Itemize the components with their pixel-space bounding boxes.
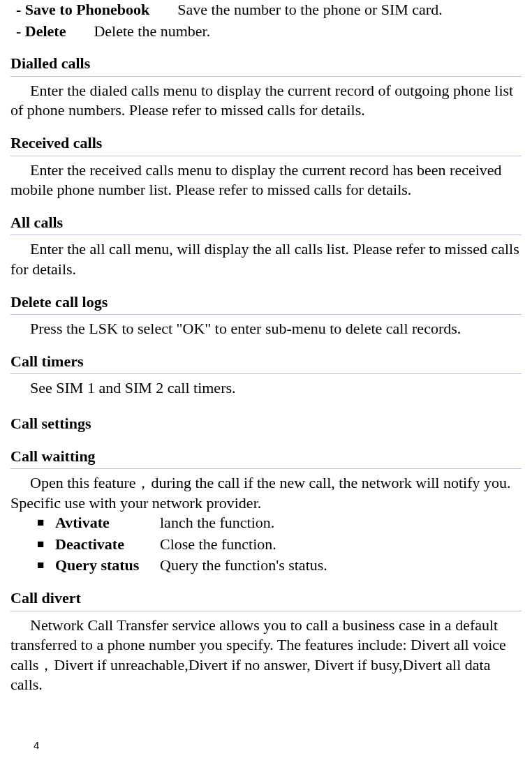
- heading-call-settings: Call settings: [10, 414, 522, 434]
- square-bullet-icon: ■: [37, 556, 55, 576]
- para-call-timers: See SIM 1 and SIM 2 call timers.: [10, 378, 522, 399]
- para-call-divert: Network Call Transfer service allows you…: [10, 616, 522, 695]
- divider: [10, 156, 522, 156]
- bullet-activate: ■ Avtivate lanch the function.: [37, 513, 522, 533]
- bullet-label: Avtivate: [55, 513, 160, 533]
- para-delete-call-logs: Press the LSK to select "OK" to enter su…: [10, 319, 522, 339]
- heading-received-calls: Received calls: [10, 133, 522, 154]
- divider: [10, 76, 522, 77]
- divider: [10, 314, 522, 315]
- bullet-deactivate: ■ Deactivate Close the function.: [37, 535, 522, 555]
- option-label: - Delete: [16, 22, 66, 40]
- heading-dialled-calls: Dialled calls: [10, 54, 522, 74]
- page-number: 4: [34, 738, 39, 752]
- para-call-waiting: Open this feature，during the call if the…: [10, 473, 522, 513]
- bullet-description: Close the function.: [160, 535, 276, 555]
- para-dialled-calls: Enter the dialed calls menu to display t…: [10, 81, 522, 121]
- bullet-description: lanch the function.: [160, 513, 274, 533]
- option-delete: - DeleteDelete the number.: [16, 22, 522, 42]
- heading-call-timers: Call timers: [10, 352, 522, 372]
- para-all-calls: Enter the all call menu, will display th…: [10, 239, 522, 279]
- divider: [10, 373, 522, 374]
- square-bullet-icon: ■: [37, 535, 55, 555]
- divider: [10, 611, 522, 611]
- para-received-calls: Enter the received calls menu to display…: [10, 161, 522, 200]
- bullet-label: Deactivate: [55, 535, 160, 555]
- option-description: Delete the number.: [94, 22, 210, 40]
- square-bullet-icon: ■: [37, 513, 55, 533]
- bullet-label: Query status: [55, 556, 160, 576]
- option-label: - Save to Phonebook: [16, 1, 149, 18]
- heading-call-waiting: Call waitting: [10, 447, 522, 467]
- bullet-description: Query the function's status.: [160, 556, 327, 576]
- option-save-to-phonebook: - Save to PhonebookSave the number to th…: [16, 0, 522, 20]
- divider: [10, 235, 522, 235]
- heading-all-calls: All calls: [10, 213, 522, 233]
- heading-delete-call-logs: Delete call logs: [10, 292, 522, 313]
- bullet-query-status: ■ Query status Query the function's stat…: [37, 556, 522, 576]
- option-description: Save the number to the phone or SIM card…: [177, 1, 442, 18]
- divider: [10, 468, 522, 469]
- heading-call-divert: Call divert: [10, 588, 522, 609]
